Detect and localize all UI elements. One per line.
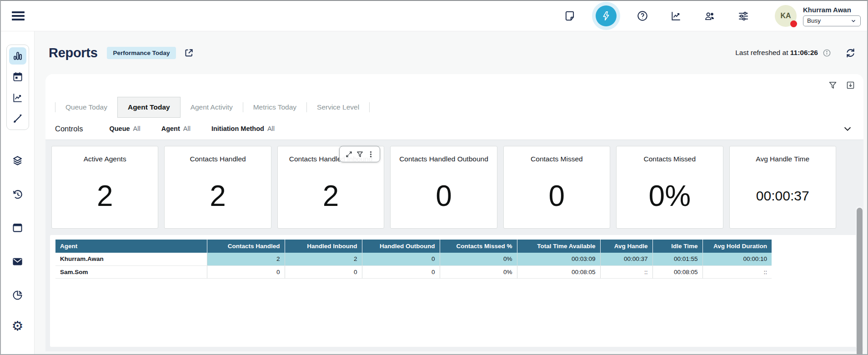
control-queue[interactable]: Queue All [109, 125, 140, 132]
column-header[interactable]: Idle Time [652, 240, 702, 253]
cell: 2 [285, 253, 362, 265]
column-header[interactable]: Handled Inbound [285, 240, 362, 253]
cell: 00:01:55 [652, 253, 702, 265]
help-icon[interactable] [637, 10, 648, 22]
expand-icon[interactable] [345, 150, 353, 158]
agent-name-cell: Sam.Som [55, 265, 207, 278]
sidebar-item-history[interactable] [9, 185, 26, 203]
column-header[interactable]: Contacts Missed % [440, 240, 517, 253]
browser-icon [11, 222, 24, 234]
sidebar-nav-group [6, 45, 29, 130]
user-block: KA Khurram Awan Busy [775, 5, 861, 27]
mail-icon [11, 255, 24, 268]
kpi-value: 2 [210, 179, 226, 213]
kpi-value: 0 [549, 179, 565, 213]
agent-name-cell: Khurram.Awan [55, 253, 207, 265]
sidebar-item-messages[interactable] [9, 253, 26, 270]
chevron-down-icon [850, 18, 857, 24]
main-area: Reports Performance Today Last refreshed… [35, 31, 867, 354]
external-link-icon[interactable] [184, 48, 194, 58]
tab-agent-today[interactable]: Agent Today [117, 97, 181, 118]
contacts-icon[interactable] [704, 10, 716, 22]
tab-strip: Queue Today Agent Today Agent Activity M… [45, 97, 863, 118]
column-header[interactable]: Avg Handle [600, 240, 652, 253]
avatar-initials: KA [780, 12, 791, 20]
pie-chart-icon [11, 289, 24, 301]
line-chart-icon [12, 92, 24, 104]
agent-table-widget: Agent Contacts Handled Handled Inbound H… [50, 235, 857, 347]
cell: 00:08:05 [652, 265, 702, 278]
history-icon [11, 188, 24, 200]
kpi-cards-row: Active Agents 2 Contacts Handled 2 Conta… [45, 140, 863, 229]
kpi-card-contacts-missed[interactable]: Contacts Missed 0 [503, 146, 610, 229]
topbar: KA Khurram Awan Busy [1, 1, 867, 31]
topbar-actions: KA Khurram Awan Busy [564, 5, 861, 27]
boost-lightning-icon[interactable] [596, 5, 617, 26]
info-icon[interactable] [823, 49, 831, 57]
refresh-icon[interactable] [845, 47, 856, 59]
filter-icon[interactable] [828, 80, 838, 90]
column-header[interactable]: Total Time Available [517, 240, 600, 253]
sidebar-item-layers[interactable] [9, 152, 26, 169]
sidebar-item-dashboards[interactable] [9, 47, 26, 65]
agent-table: Agent Contacts Handled Handled Inbound H… [55, 240, 772, 279]
cell: 2 [207, 253, 285, 265]
calendar-icon [12, 71, 24, 83]
widget-hover-toolbar [339, 146, 380, 162]
cell: 0 [285, 265, 362, 278]
column-header[interactable]: Contacts Handled [207, 240, 285, 253]
tab-service-level[interactable]: Service Level [307, 97, 369, 118]
table-row[interactable]: Khurram.Awan 2 2 0 0% 00:03:09 00:00:37 … [55, 253, 772, 265]
cell: 00:00:10 [702, 253, 772, 265]
cell: 0 [362, 265, 440, 278]
last-refreshed-time: 11:06:26 [790, 49, 818, 56]
controls-row: Controls Queue All Agent All Initiation … [45, 118, 863, 140]
control-initiation-method[interactable]: Initiation Method All [211, 125, 275, 132]
tab-metrics-today[interactable]: Metrics Today [243, 97, 306, 118]
cell: 0 [207, 265, 285, 278]
settings-sliders-icon[interactable] [738, 10, 749, 22]
sidebar-item-workspace[interactable] [9, 219, 26, 236]
control-agent[interactable]: Agent All [161, 125, 191, 132]
kpi-value: 2 [323, 179, 339, 213]
hamburger-menu-icon[interactable] [12, 10, 25, 23]
cell: 00:03:09 [517, 253, 600, 265]
sidebar-item-analytics[interactable] [9, 89, 26, 106]
layers-icon [11, 155, 24, 167]
sidebar-item-reports-pie[interactable] [9, 286, 26, 304]
controls-title: Controls [55, 125, 83, 133]
notes-icon[interactable] [564, 10, 576, 22]
download-icon[interactable] [846, 80, 855, 90]
tab-queue-today[interactable]: Queue Today [55, 97, 117, 118]
tab-agent-activity[interactable]: Agent Activity [181, 97, 243, 118]
cell: 00:00:37 [600, 253, 652, 265]
status-value: Busy [807, 17, 821, 24]
cell: 00:08:05 [517, 265, 600, 278]
kpi-card-avg-handle-time[interactable]: Avg Handle Time 00:00:37 [729, 146, 836, 229]
status-select[interactable]: Busy [803, 15, 861, 26]
column-header[interactable]: Agent [55, 240, 207, 253]
kpi-card-contacts-handled[interactable]: Contacts Handled 2 [164, 146, 271, 229]
sidebar-item-settings[interactable]: ⚙ [9, 317, 26, 335]
scrollbar-thumb[interactable] [857, 208, 863, 355]
kpi-card-contacts-handled-outbound[interactable]: Contacts Handled Outbound 0 [390, 146, 497, 229]
cell: :: [600, 265, 652, 278]
avatar[interactable]: KA [775, 5, 797, 27]
column-header[interactable]: Avg Hold Duration [702, 240, 772, 253]
filter-icon[interactable] [356, 150, 364, 158]
sidebar-item-designer[interactable] [9, 110, 26, 127]
table-row[interactable]: Sam.Som 0 0 0 0% 00:08:05 :: 00:08:05 :: [55, 265, 772, 278]
kpi-value: 2 [97, 179, 113, 213]
kebab-menu-icon[interactable] [367, 150, 375, 158]
sidebar-item-schedule[interactable] [9, 68, 26, 85]
kpi-card-active-agents[interactable]: Active Agents 2 [51, 146, 158, 229]
kpi-value: 0 [436, 179, 452, 213]
page-header: Reports Performance Today Last refreshed… [35, 31, 867, 74]
controls-collapse-chevron-icon[interactable] [843, 124, 853, 134]
cell: 0 [362, 253, 440, 265]
kpi-card-contacts-missed-pct[interactable]: Contacts Missed 0% [616, 146, 723, 229]
cell: 0% [440, 253, 517, 265]
report-badge[interactable]: Performance Today [107, 47, 176, 59]
metrics-icon[interactable] [670, 10, 682, 22]
column-header[interactable]: Handled Outbound [362, 240, 440, 253]
